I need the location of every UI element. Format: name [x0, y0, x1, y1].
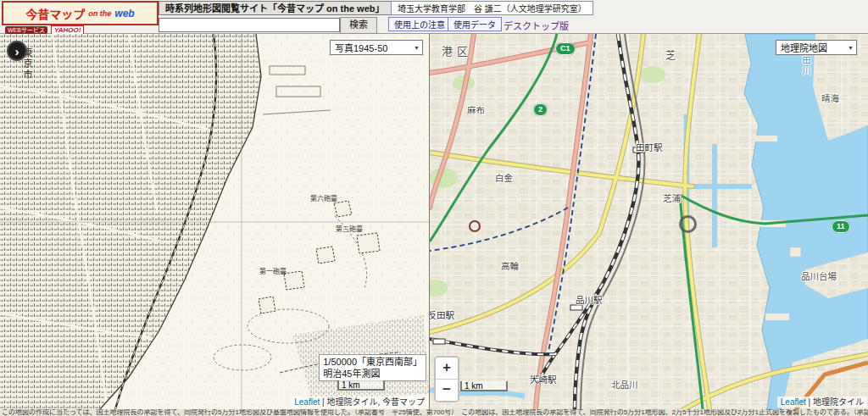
- place-label-shirokane: 白金: [495, 171, 513, 184]
- search-button[interactable]: 検索: [340, 17, 377, 34]
- map-attribution: Leaflet | 地理院タイル: [777, 397, 867, 408]
- map-source-note: 1/50000「東京西南部」 明治45年測図: [319, 354, 426, 381]
- leaflet-link[interactable]: Leaflet: [294, 397, 320, 407]
- attribution-text: | 地理院タイル, 今昔マップ: [320, 397, 425, 407]
- station-label-tamachi: 田町駅: [636, 141, 663, 153]
- historical-map-canvas: [0, 34, 429, 409]
- place-label-harumi: 晴海: [821, 92, 839, 104]
- place-label-takanawa: 高輪: [501, 259, 519, 272]
- old-map-battery-label: 第六砲臺: [310, 193, 337, 202]
- expressway-shield-11: 11: [832, 220, 850, 233]
- logo-text-onthe: on the: [88, 9, 111, 18]
- chevron-down-icon: ▼: [414, 45, 420, 51]
- position-marker-small: [469, 220, 481, 232]
- place-label-shinagawadaiba: 品川台場: [801, 269, 837, 282]
- logo-text-jp: 今昔マップ: [25, 5, 85, 22]
- credit-text: 埼玉大学教育学部 谷 謙二（人文地理学研究室）: [391, 1, 593, 15]
- historical-layer-value: 写真1945-50: [335, 41, 387, 54]
- desktop-version-link[interactable]: デスクトップ版: [504, 19, 569, 32]
- place-label-shibaura: 芝浦: [663, 191, 681, 204]
- position-marker-large: [679, 215, 697, 233]
- site-logo[interactable]: 今昔マップ on the web: [2, 1, 159, 25]
- scale-bar: 1 km: [460, 381, 508, 391]
- konjaku-map-app: 今昔マップ on the web WEBサービス YAHOO! 時系列地形図閲覧…: [0, 0, 868, 416]
- historical-map-pane[interactable]: 東京市 第六砲臺 第三砲臺 第一砲臺 › 写真1945-50 ▼ 1/50000…: [0, 34, 430, 409]
- plus-icon: +: [442, 359, 451, 375]
- zoom-in-button[interactable]: +: [436, 358, 458, 380]
- modern-map-pane[interactable]: 港区 芝 麻布 白金 芝浦 高輪 晴海 隅田川 品川台場 北品川 田町駅 品川駅…: [430, 34, 868, 409]
- modern-map-canvas: [430, 34, 868, 409]
- modern-layer-select[interactable]: 地理院地図 ▼: [776, 40, 857, 55]
- license-footer: この地図の作成に当たっては、国土地理院長の承認を得て、同院発行の5万分1地形図及…: [0, 409, 868, 416]
- page-title: 時系列地形図閲覧サイト「今昔マップ on the web」: [159, 1, 392, 15]
- search-input[interactable]: [159, 18, 340, 32]
- yahoo-logo[interactable]: YAHOO!: [51, 25, 84, 35]
- historical-layer-select[interactable]: 写真1945-50 ▼: [330, 40, 423, 55]
- used-data-button[interactable]: 使用データ: [448, 17, 502, 31]
- scale-bar: 1 km: [337, 380, 385, 391]
- place-label-azabu: 麻布: [467, 103, 485, 116]
- station-label-gotanda: 五反田駅: [430, 308, 454, 321]
- yahoo-badge-row: WEBサービス YAHOO!: [5, 25, 84, 34]
- attribution-text: | 地理院タイル: [806, 397, 864, 407]
- map-attribution: Leaflet | 地理院タイル, 今昔マップ: [291, 397, 428, 408]
- chevron-down-icon: ▼: [848, 45, 854, 51]
- old-map-battery-label: 第一砲臺: [259, 266, 287, 275]
- modern-layer-value: 地理院地図: [781, 41, 827, 54]
- logo-text-web: web: [114, 8, 134, 19]
- expressway-shield-2: 2: [533, 103, 548, 116]
- chevron-right-icon: ›: [15, 44, 19, 58]
- station-label-shinagawa: 品川駅: [576, 293, 603, 306]
- minus-icon: −: [442, 381, 451, 397]
- zoom-control: + −: [434, 356, 459, 402]
- place-label-kitashinagawa: 北品川: [611, 378, 638, 391]
- source-note-line2: 明治45年測図: [323, 368, 422, 380]
- panel-expand-button[interactable]: ›: [7, 41, 27, 61]
- place-label-minato: 港区: [442, 42, 472, 58]
- old-map-battery-label: 第三砲臺: [336, 224, 363, 233]
- place-label-shiba: 芝: [665, 47, 676, 62]
- usage-notice-button[interactable]: 使用上の注意: [388, 17, 451, 31]
- leaflet-link[interactable]: Leaflet: [781, 397, 806, 407]
- header: 今昔マップ on the web WEBサービス YAHOO! 時系列地形図閲覧…: [0, 0, 868, 34]
- source-note-line1: 1/50000「東京西南部」: [323, 356, 422, 368]
- zoom-out-button[interactable]: −: [436, 380, 458, 401]
- station-label-osaki: 大崎駅: [530, 373, 557, 385]
- expressway-shield-c1: C1: [555, 42, 576, 55]
- service-badge: WEBサービス: [5, 26, 47, 34]
